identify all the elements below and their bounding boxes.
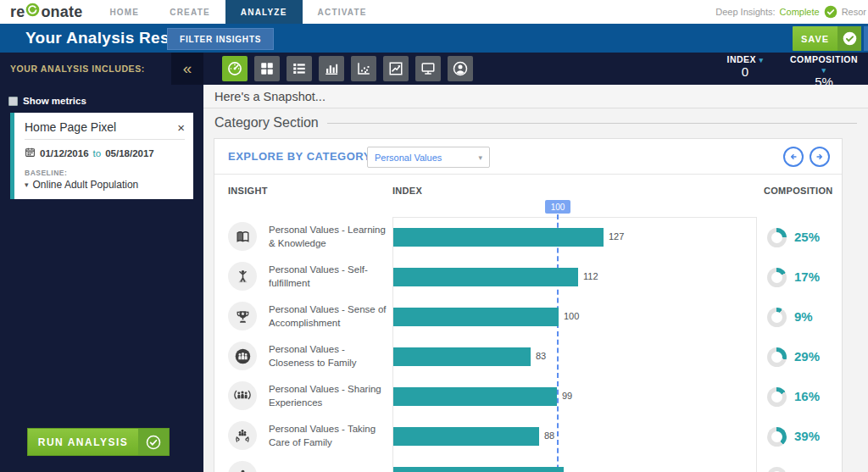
index-value: 127 bbox=[609, 231, 624, 242]
index-bar[interactable] bbox=[393, 387, 557, 406]
list-view-icon[interactable] bbox=[287, 56, 312, 81]
composition-value: 25% bbox=[794, 230, 820, 244]
index-dropdown-value: 0 bbox=[719, 64, 771, 79]
run-check-icon bbox=[138, 429, 169, 455]
bar-chart-view-icon[interactable] bbox=[319, 56, 344, 81]
composition-value: 16% bbox=[794, 389, 820, 403]
insight-row[interactable]: Personal Values - Learning & Knowledge 1… bbox=[214, 219, 843, 257]
resonate-logo[interactable]: re onate bbox=[0, 0, 94, 24]
run-analysis-button[interactable]: RUN ANALYSIS bbox=[27, 428, 170, 456]
baseline-100-badge: 100 bbox=[545, 200, 570, 214]
save-button[interactable]: SAVE bbox=[793, 26, 861, 51]
insight-label: Personal Values - Taking Care of Family bbox=[269, 419, 389, 454]
explore-row: EXPLORE BY CATEGORY: Personal Values ▾ bbox=[214, 139, 842, 175]
composition-donut bbox=[767, 387, 787, 407]
view-toolbar bbox=[222, 56, 473, 81]
category-card: EXPLORE BY CATEGORY: Personal Values ▾ I… bbox=[214, 138, 843, 472]
nav-tab-create[interactable]: CREATE bbox=[154, 0, 225, 24]
column-header-index: INDEX bbox=[392, 186, 422, 196]
index-bar[interactable] bbox=[393, 308, 559, 326]
index-bar[interactable] bbox=[393, 268, 578, 286]
insight-row[interactable]: Personal Values - Closeness to Family 83… bbox=[214, 339, 843, 376]
composition-donut bbox=[767, 308, 787, 327]
insight-label: Personal Values - Sense of Accomplishmen… bbox=[269, 299, 389, 335]
category-select[interactable]: Personal Values ▾ bbox=[367, 147, 490, 168]
show-metrics-label: Show metrics bbox=[23, 96, 86, 106]
insight-row[interactable]: Personal Values - Sharing Experiences 99… bbox=[214, 379, 843, 416]
nav-tab-activate[interactable]: ACTIVATE bbox=[303, 0, 382, 24]
chevron-down-icon: ▾ bbox=[759, 56, 763, 64]
sidebar-collapse-button[interactable]: « bbox=[171, 53, 203, 85]
composition-value: 39% bbox=[794, 429, 820, 443]
insight-row[interactable]: Personal Values - Taking Care of Family … bbox=[214, 419, 843, 456]
scatter-plot-view-icon[interactable] bbox=[351, 56, 376, 81]
show-metrics-checkbox[interactable]: Show metrics bbox=[8, 96, 86, 106]
monitor-view-icon[interactable] bbox=[415, 56, 441, 81]
next-category-button[interactable] bbox=[810, 147, 830, 167]
sidebar-header: YOUR ANALYSIS INCLUDES: bbox=[10, 53, 145, 85]
section-header: Category Section bbox=[214, 115, 857, 130]
index-bar[interactable] bbox=[393, 347, 531, 366]
nav-tab-analyze[interactable]: ANALYZE bbox=[225, 0, 303, 24]
close-icon[interactable]: × bbox=[177, 121, 185, 134]
composition-value: 17% bbox=[794, 269, 820, 284]
composition-value: 9% bbox=[794, 309, 813, 324]
index-dropdown[interactable]: INDEX ▾ 0 bbox=[719, 54, 771, 79]
prev-category-button[interactable] bbox=[783, 147, 804, 167]
index-value: 112 bbox=[583, 271, 598, 281]
category-pager bbox=[783, 147, 830, 167]
insight-row[interactable]: Personal Values - Self-fulfillment 112 1… bbox=[214, 259, 843, 297]
index-value: 100 bbox=[564, 311, 579, 321]
composition-dropdown[interactable]: COMPOSITION ▾ 5% bbox=[787, 54, 861, 89]
section-title: Category Section bbox=[214, 115, 319, 130]
main-content: Here's a Snapshot... Category Section EX… bbox=[203, 85, 868, 472]
composition-dropdown-label: COMPOSITION bbox=[790, 54, 858, 64]
date-end: 05/18/2017 bbox=[105, 148, 154, 158]
calendar-icon bbox=[25, 147, 36, 159]
insight-label: Personal Values - bbox=[269, 458, 389, 472]
snapshot-title: Here's a Snapshot... bbox=[214, 90, 326, 103]
composition-donut bbox=[767, 467, 787, 472]
insight-row[interactable]: Personal Values - Sense of Accomplishmen… bbox=[214, 299, 843, 336]
baseline-value: Online Adult Population bbox=[33, 179, 139, 191]
nav-tabs: HOME CREATE ANALYZE ACTIVATE bbox=[94, 0, 381, 24]
deep-insights-status: Deep Insights: Complete Resor bbox=[715, 0, 868, 24]
date-start: 01/12/2016 bbox=[40, 148, 89, 158]
insight-row[interactable]: Personal Values - bbox=[214, 458, 843, 472]
baseline-selector[interactable]: ▾ Online Adult Population bbox=[25, 179, 185, 191]
cut-off-button[interactable] bbox=[864, 26, 868, 51]
index-value: 88 bbox=[544, 430, 554, 441]
index-dropdown-label: INDEX bbox=[726, 54, 756, 64]
insight-category-icon bbox=[228, 342, 257, 370]
explore-by-category-label: EXPLORE BY CATEGORY: bbox=[228, 150, 375, 163]
insight-category-icon bbox=[228, 421, 257, 450]
index-bar[interactable] bbox=[393, 467, 564, 472]
app-window: re onate HOME CREATE ANALYZE ACTIVATE De… bbox=[0, 0, 868, 472]
insight-category-icon bbox=[228, 381, 257, 410]
index-bar[interactable] bbox=[393, 427, 539, 446]
audience-date-range: 01/12/2016 to 05/18/2017 bbox=[25, 147, 185, 159]
index-value: 83 bbox=[536, 351, 546, 361]
run-analysis-label: RUN ANALYSIS bbox=[28, 436, 138, 448]
line-chart-view-icon[interactable] bbox=[383, 56, 409, 81]
insight-category-icon bbox=[228, 302, 257, 330]
index-bar[interactable] bbox=[393, 228, 604, 247]
section-divider bbox=[327, 123, 857, 124]
checkbox-icon[interactable] bbox=[8, 97, 18, 106]
insight-label: Personal Values - Closeness to Family bbox=[269, 339, 389, 375]
logo-swirl-icon bbox=[25, 3, 41, 21]
filter-insights-button[interactable]: FILTER INSIGHTS bbox=[167, 28, 274, 50]
grid-view-icon[interactable] bbox=[254, 56, 280, 81]
chevron-down-icon: ▾ bbox=[25, 180, 29, 189]
audience-card-title: Home Page Pixel bbox=[25, 120, 116, 134]
top-nav: re onate HOME CREATE ANALYZE ACTIVATE De… bbox=[0, 0, 868, 24]
user-view-icon[interactable] bbox=[448, 56, 473, 81]
insight-label: Personal Values - Self-fulfillment bbox=[269, 259, 389, 295]
logo-text-suffix: onate bbox=[41, 3, 82, 21]
composition-donut bbox=[767, 427, 787, 447]
nav-tab-home[interactable]: HOME bbox=[94, 0, 154, 24]
index-value: 99 bbox=[562, 391, 572, 401]
composition-donut bbox=[767, 228, 787, 247]
dashboard-view-icon[interactable] bbox=[222, 56, 248, 81]
status-trailing-text: Resor bbox=[842, 7, 866, 17]
